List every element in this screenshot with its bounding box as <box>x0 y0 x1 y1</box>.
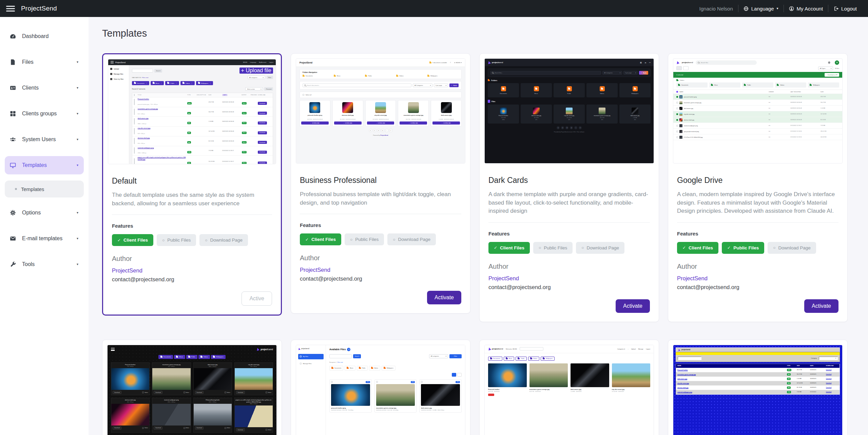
table-row: peacock-feather.jpegme16/09/2025 08:36:0… <box>673 94 842 100</box>
sidebar-item-dashboard[interactable]: Dashboard <box>5 27 84 45</box>
template-card-business-professional: ProjectSend 5 documents available ☾ ●MDS… <box>291 53 470 314</box>
hamburger-menu-icon <box>111 348 115 351</box>
sidebar-item-clients[interactable]: Clients ▾ <box>5 79 84 97</box>
sidebar-item-email-templates[interactable]: E-mail templates ▾ <box>5 229 84 248</box>
chevron-down-icon: ▾ <box>77 263 78 266</box>
mini-file-card: JPGmountains-green-orange.jpg16/09/2025 … <box>374 379 417 413</box>
mini-logout: Logout <box>269 61 273 63</box>
mini-file-card: city-dirt-street.jpg107.44 KBJPG <box>554 105 585 124</box>
mini-menu-item: View my files <box>114 78 123 80</box>
activate-button[interactable]: Activate <box>804 299 838 313</box>
author-label: Author <box>488 263 650 270</box>
table-row: mountains-green-orange.jpg612 × 408 pxjp… <box>132 107 273 117</box>
circle-icon: ○ <box>162 238 165 242</box>
templates-grid: ProjectSend MDSNLanguageMy AccountLogout… <box>102 53 854 435</box>
table-row: gray-purple-material.pngme21/11/2022 12:… <box>673 129 842 134</box>
sidebar-item-system-users[interactable]: System Users ▾ <box>5 130 84 149</box>
mini-file-card: dark-waves.jpg1.16 MBJPG <box>619 105 651 124</box>
sidebar-subitem-templates[interactable]: Templates <box>5 181 84 197</box>
template-preview-default: ProjectSend MDSNLanguageMy AccountLogout… <box>108 59 276 164</box>
template-card-light-minimal: projectsend Welcome, MDSN Categories ▾ ↓… <box>479 340 659 435</box>
mini-menu-item: Upload <box>631 348 636 350</box>
sidebar-item-options[interactable]: Options ▾ <box>5 204 84 222</box>
mini-folder-chip: Documents <box>329 366 343 371</box>
template-preview-dark-cards: projectsend ▦☁↦ Search files... All Cate… <box>484 58 654 164</box>
mini-search-placeholder: Search documents... <box>307 84 320 86</box>
mini-welcome: Welcome, MDSN <box>506 348 517 350</box>
grid-icon: ▦ <box>640 61 642 63</box>
sidebar-item-files[interactable]: Files ▾ <box>5 53 84 71</box>
template-title: Google Drive <box>677 176 838 185</box>
features-label: Features <box>112 223 272 229</box>
table-row: city-dirt-street.jpgjpg107.44 KB16/09/20… <box>676 381 840 385</box>
logout-icon: ↦ <box>649 61 651 63</box>
feature-badge-public-files: ○Public Files <box>533 242 573 254</box>
author-label: Author <box>300 254 461 262</box>
activate-button[interactable]: Activate <box>427 291 461 304</box>
mini-user: MDSN <box>456 62 460 63</box>
language-menu[interactable]: Language ▾ <box>738 6 784 12</box>
mini-pagination: 1234›» <box>485 126 654 129</box>
mini-files-count: 18 files <box>835 68 839 69</box>
table-row: Peacock featherjpeg49.67 KB16/09/2025Dow… <box>676 368 840 372</box>
logo-icon <box>298 347 301 350</box>
mini-file-card: peacock-feather.jpeg49.67 KB · 16/09/202… <box>300 100 330 127</box>
template-preview-blue-files: projectsend My Files Manage Files Availa… <box>296 345 465 435</box>
my-account-link[interactable]: My Account <box>784 6 828 12</box>
template-preview-retro: projectsend Category: ▾ NAMETYPESIZEDATE… <box>673 345 843 435</box>
feature-badge-client-files: ✓Client Files <box>300 233 341 245</box>
chevron-down-icon: ▾ <box>77 138 78 141</box>
feature-badge-public-files: ✓Public Files <box>722 242 764 254</box>
hamburger-menu-icon[interactable] <box>6 6 15 12</box>
chevron-down-icon: ▾ <box>77 237 78 240</box>
feature-badge-client-files: ✓Client Files <box>677 242 718 254</box>
template-description: A dark theme template with purple and or… <box>488 190 650 223</box>
sidebar-item-tools[interactable]: Tools ▾ <box>5 255 84 273</box>
author-link[interactable]: ProjectSend <box>112 267 272 274</box>
app-brand: ProjectSend <box>21 5 57 12</box>
mini-folder-card: Wallpapers <box>619 83 651 97</box>
template-title: Dark Cards <box>488 176 650 185</box>
mini-selected-count: 3 selected <box>676 74 683 76</box>
author-email: contact@projectsend.org <box>488 284 650 290</box>
author-link[interactable]: ProjectSend <box>300 267 461 273</box>
author-link[interactable]: ProjectSend <box>488 275 650 282</box>
topbar-right: Ignacio Nelson Language ▾ My Account Log… <box>694 5 862 12</box>
mini-file-card: city-dirt-street.jpg107.44 KB · 16/09/20… <box>365 100 396 127</box>
mini-menu-item: Upload <box>114 68 119 70</box>
mini-folder-chip: Public <box>742 82 773 88</box>
mini-search-button: Search <box>154 69 162 73</box>
mini-files-table: TITLETYPEDESCRIPTIONSIZEDATEEXPIRYPREVIE… <box>132 93 273 164</box>
mini-file-card: material-wallpaper.png1920 × 1080 pxDown… <box>152 398 191 433</box>
mini-file-card: city-dirt-street.jpg643 × 360 pxDownload… <box>234 362 273 395</box>
author-link[interactable]: ProjectSend <box>677 275 838 282</box>
template-card-default: ProjectSend MDSNLanguageMy AccountLogout… <box>102 53 282 316</box>
template-preview-dark-gallery: projectsend Documents Music Public Video… <box>107 345 277 435</box>
mini-proceed-button: Proceed <box>264 87 273 91</box>
activate-button[interactable]: Activate <box>616 299 650 313</box>
sidebar-item-templates[interactable]: Templates ▾ <box>5 156 84 174</box>
template-description: Professional business template with ligh… <box>300 190 461 214</box>
mini-search-input <box>132 69 153 73</box>
mini-folder-card: Documents <box>488 83 519 97</box>
mini-folder-chip: Wallpapers <box>541 357 555 361</box>
dashboard-icon <box>9 33 16 40</box>
active-button[interactable]: Active <box>242 291 272 306</box>
mini-file-card: abstract-dark.jpg630 × 360 pxDownloadSel… <box>111 398 150 433</box>
mini-select-all: Select all <box>306 94 311 96</box>
mini-brand: projectsend <box>681 349 690 351</box>
person-icon <box>789 6 794 11</box>
logout-link[interactable]: Logout <box>828 6 862 12</box>
download-icon: ↓ <box>628 348 629 350</box>
red-badge <box>488 394 494 396</box>
page-title: Templates <box>102 28 854 39</box>
grid-icon <box>9 110 16 117</box>
circle-icon: ○ <box>773 246 775 250</box>
mini-file-card: dark-waves.jpg1.16 MB · 16/09/2025 <box>571 363 609 396</box>
table-row: material-wallpaper.png1920 × 1080 pxpng7… <box>132 146 273 156</box>
sidebar-item-clients-groups[interactable]: Clients groups ▾ <box>5 105 84 123</box>
my-account-label: My Account <box>797 6 823 12</box>
mini-folder-card: Music <box>521 83 552 97</box>
gear-icon <box>9 209 16 216</box>
mini-folder-chip: Videos <box>369 366 380 371</box>
